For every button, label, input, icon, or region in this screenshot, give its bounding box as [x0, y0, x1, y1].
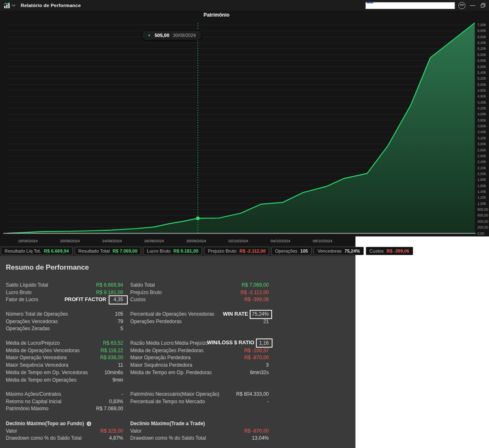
- annotation-wl-label: WIN/LOSS $ RATIO: [207, 340, 254, 346]
- y-axis-tick: 5,40k: [477, 71, 487, 75]
- summary-label: Fator de Lucro: [6, 296, 38, 303]
- summary-value: 10min6s: [105, 369, 123, 376]
- status-metric-label: Vencedoras: [317, 248, 341, 253]
- x-axis-date-label: 26/09/2024: [144, 239, 164, 243]
- status-metric-label: Resultado Liq Tot.: [5, 248, 41, 253]
- results-statusbar: Resultado Liq Tot.R$ 6.669,94Resultado T…: [0, 246, 355, 256]
- status-metric-resultado-liq-tot-: Resultado Liq Tot.R$ 6.669,94: [1, 247, 73, 255]
- summary-label: Custos: [130, 296, 146, 303]
- summary-value: R$ 325,00: [100, 427, 123, 435]
- summary-value: R$ -2.112,00: [241, 289, 269, 296]
- summary-value: 13,04%: [252, 434, 269, 442]
- y-axis-tick: 6,40k: [477, 41, 487, 45]
- summary-label: Operações Perdedoras: [130, 318, 182, 325]
- x-axis-date-label: 30/09/2024: [186, 239, 206, 243]
- summary-value: R$ -870,00: [244, 354, 269, 361]
- summary-label: Drawdown como % do Saldo Total: [6, 434, 82, 442]
- chart-title: Patrimônio: [204, 12, 230, 18]
- x-axis-date-label: 20/09/2024: [60, 239, 80, 243]
- summary-row: Média de Tempo em Op. Vencedoras10min6sM…: [0, 369, 355, 376]
- tooltip-date: 30/09/2024: [173, 33, 196, 38]
- status-metric-value: R$ -2.112,00: [239, 248, 265, 253]
- summary-label: Saldo Líquido Total: [6, 281, 48, 289]
- summary-label: Razão Média Lucro:Média Prejuízo: [130, 339, 208, 347]
- summary-value: 4,87%: [109, 434, 123, 442]
- status-metric-value: 105: [300, 248, 308, 253]
- summary-label: Prejuízo Bruto: [130, 289, 162, 296]
- y-axis-tick: 3,80k: [477, 118, 487, 122]
- status-metric-value: R$ 6.669,94: [44, 248, 69, 253]
- summary-value: R$ -870,00: [244, 427, 269, 435]
- summary-label: Média de Operações Perdedoras: [130, 347, 204, 354]
- equity-area-fill: [7, 23, 475, 234]
- summary-value: 105: [115, 310, 123, 318]
- y-axis-tick: 6,60k: [477, 35, 487, 39]
- y-axis-tick: 3,00k: [477, 142, 487, 146]
- status-metric-value: R$ -399,06: [387, 248, 409, 253]
- status-metric-opera-es: Operações105: [271, 247, 311, 255]
- y-axis-tick: 4,80k: [477, 88, 487, 93]
- status-metric-vencedoras: Vencedoras75,24%: [314, 247, 363, 255]
- more-options-icon[interactable]: •••: [458, 2, 465, 9]
- summary-row: Máximo Ações/Contratos-Patrimônio Necess…: [0, 390, 355, 398]
- summary-row: Operações Vencedoras79Operações Perdedor…: [0, 318, 355, 325]
- summary-value: R$ 63,52: [103, 339, 123, 347]
- y-axis-tick: 3,60k: [477, 124, 487, 128]
- summary-label: Maior Sequência Vencedora: [6, 361, 68, 369]
- summary-value: -: [122, 390, 123, 398]
- y-axis-tick: 6,20k: [477, 46, 487, 51]
- summary-value: 5: [120, 325, 123, 332]
- summary-label: Média de Lucro/Prejuízo: [6, 339, 60, 347]
- summary-value: R$ 836,00: [100, 354, 123, 361]
- summary-value: R$ -100,57: [244, 347, 269, 354]
- status-metric-label: Lucro Bruto: [147, 248, 170, 253]
- equity-curve-chart[interactable]: 0,00200,00400,00600,00800,001,00k1,20k1,…: [0, 11, 489, 236]
- y-axis-tick: 4,60k: [477, 94, 487, 98]
- annotation-wl-box: [256, 338, 272, 348]
- y-axis-tick: 1,20k: [477, 195, 487, 200]
- y-axis-tick: 5,60k: [477, 65, 487, 69]
- y-axis-tick: 2,20k: [477, 166, 487, 170]
- status-metric-label: Prejuizo Bruto: [208, 248, 236, 253]
- summary-label: Patrimônio Necessário(Maior Operação): [130, 390, 219, 398]
- summary-label: Valor: [6, 427, 17, 435]
- y-axis-tick: 400,00: [477, 219, 488, 224]
- x-axis-date-label: 02/10/2024: [229, 239, 248, 243]
- bar-chart-app-icon: [3, 2, 11, 9]
- summary-row: ValorR$ 325,00ValorR$ -870,00: [0, 427, 355, 435]
- drawdown-section-heading: Declínio Máximo(Trade a Trade): [130, 420, 205, 427]
- summary-row: Número Total de Operações105Percentual d…: [0, 310, 355, 318]
- tooltip-value: 505,00: [155, 33, 169, 38]
- y-axis-tick: 1,80k: [477, 178, 487, 182]
- summary-value: R$ 116,22: [101, 347, 124, 354]
- y-axis-tick: 2,80k: [477, 148, 487, 152]
- summary-row: Declínio Máximo(Topo ao Fundo)iDeclínio …: [0, 420, 355, 427]
- equity-chart-panel: 0,00200,00400,00600,00800,001,00k1,20k1,…: [0, 11, 489, 236]
- status-metric-value: R$ 9.181,00: [173, 248, 198, 253]
- annotation-pf-label: PROFIT FACTOR: [65, 297, 106, 302]
- summary-value: 3: [266, 361, 269, 369]
- summary-row: Drawdown como % do Saldo Total4,87%Drawd…: [0, 434, 355, 442]
- status-metric-label: Operações: [275, 248, 297, 253]
- summary-value: 11: [118, 361, 123, 369]
- summary-label: Valor: [130, 427, 141, 435]
- summary-label: Média de Operações Vencedoras: [6, 347, 80, 354]
- summary-label: Operações Zeradas: [6, 325, 50, 332]
- minimize-button[interactable]: —: [469, 0, 477, 11]
- summary-value: 6min32s: [250, 369, 269, 376]
- summary-label: Número Total de Operações: [6, 310, 68, 318]
- y-axis-tick: 5,00k: [477, 83, 487, 87]
- info-icon[interactable]: i: [87, 421, 91, 426]
- annotation-pf-box: [109, 295, 128, 304]
- summary-label: Maior Sequência Perdedora: [130, 361, 192, 369]
- summary-value: R$ 804.333,00: [236, 390, 269, 398]
- y-axis-tick: 6,00k: [477, 53, 487, 57]
- restore-window-button[interactable]: [480, 3, 487, 8]
- chevron-down-icon[interactable]: [12, 4, 16, 7]
- summary-value: 79: [118, 318, 123, 325]
- status-metric-value: R$ 7.069,00: [112, 248, 137, 253]
- summary-row: Lucro BrutoR$ 9.181,00Prejuízo BrutoR$ -…: [0, 289, 355, 296]
- x-axis-date-labels: 18/09/202420/09/202424/09/202426/09/2024…: [0, 236, 355, 246]
- summary-value: 9min: [112, 376, 123, 384]
- titlebar-text-input[interactable]: [365, 2, 455, 9]
